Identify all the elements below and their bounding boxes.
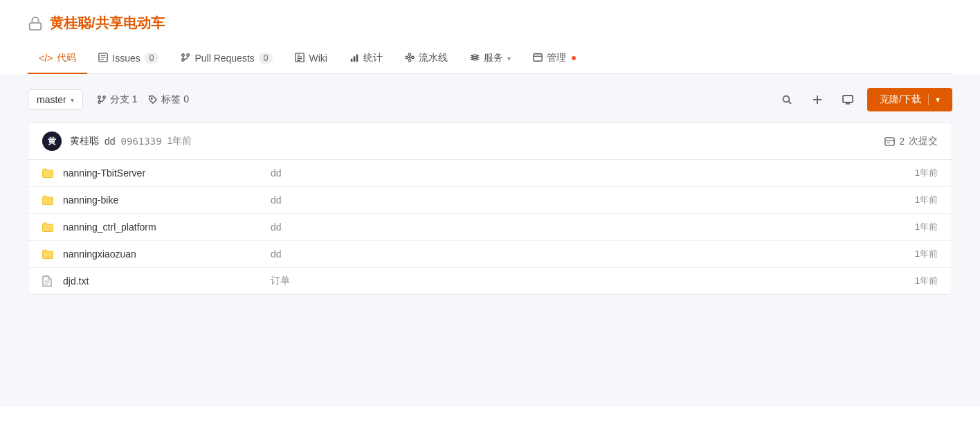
tab-issues[interactable]: Issues 0 [87, 44, 170, 74]
tab-manage[interactable]: 管理 [522, 44, 587, 74]
pr-icon [181, 53, 190, 64]
branch-chevron-icon: ▾ [71, 96, 74, 104]
clone-label: 克隆/下载 [880, 93, 921, 106]
add-button[interactable] [806, 89, 828, 111]
svg-rect-34 [885, 137, 894, 145]
commit-time: 1年前 [167, 135, 192, 147]
branch-info: 分支 1 标签 0 [97, 93, 189, 106]
services-dropdown-icon: ▾ [507, 55, 511, 62]
stats-icon [350, 53, 359, 64]
file-name[interactable]: nanningxiaozuan [63, 248, 257, 260]
commit-hash[interactable]: 0961339 [121, 136, 162, 147]
tab-services-label: 服务 [484, 52, 503, 64]
file-row: nanning-bikedd1年前 [28, 187, 952, 214]
tab-pipeline-label: 流水线 [419, 52, 448, 64]
branches-count[interactable]: 分支 1 [97, 93, 138, 106]
svg-point-16 [406, 56, 408, 59]
tab-stats-label: 统计 [363, 52, 383, 64]
file-name[interactable]: nanning-TbitServer [63, 168, 257, 179]
tab-stats[interactable]: 统计 [338, 44, 394, 74]
file-row: nanning-TbitServerdd1年前 [28, 160, 952, 187]
tab-code[interactable]: </> 代码 [28, 44, 87, 74]
branch-selector[interactable]: master ▾ [28, 89, 83, 110]
svg-point-22 [98, 96, 101, 99]
file-row: nanning_ctrl_platformdd1年前 [28, 214, 952, 241]
folder-icon [42, 249, 56, 259]
services-icon [470, 53, 480, 64]
svg-rect-15 [356, 54, 359, 62]
clone-download-button[interactable]: 克隆/下载 ▾ [867, 88, 952, 111]
file-name[interactable]: djd.txt [63, 275, 257, 287]
code-icon: </> [39, 53, 53, 64]
file-rows: nanning-TbitServerdd1年前 nanning-bikedd1年… [28, 160, 952, 294]
svg-line-28 [789, 102, 792, 105]
file-time: 1年前 [882, 248, 938, 260]
folder-icon [42, 195, 56, 205]
svg-rect-20 [534, 53, 542, 61]
tab-manage-label: 管理 [547, 52, 566, 64]
issues-badge: 0 [145, 53, 159, 64]
pr-badge: 0 [259, 53, 273, 64]
commit-author[interactable]: 黄桂聪 [70, 135, 99, 147]
manage-dot [572, 56, 576, 60]
main-content: master ▾ 分支 1 标签 0 [0, 74, 980, 406]
file-commit-msg: 订单 [257, 275, 882, 287]
search-button[interactable] [776, 89, 798, 111]
svg-point-5 [182, 53, 185, 56]
file-row: djd.txt订单1年前 [28, 268, 952, 294]
lock-icon [28, 16, 43, 31]
commit-message: dd [105, 136, 116, 147]
nav-tabs: </> 代码 Issues 0 Pull Requests 0 [28, 44, 952, 74]
repo-header: 黄桂聪/共享电动车 </> 代码 Issues 0 Pull Requests [0, 0, 980, 74]
clone-btn-divider [928, 94, 929, 105]
file-icon [42, 275, 56, 287]
issues-icon [98, 53, 108, 64]
toolbar: master ▾ 分支 1 标签 0 [28, 88, 952, 111]
file-row: nanningxiaozuandd1年前 [28, 241, 952, 268]
tab-services[interactable]: 服务 ▾ [459, 44, 522, 74]
monitor-button[interactable] [837, 89, 859, 111]
svg-point-27 [783, 96, 790, 102]
commit-count-label: 次提交 [909, 135, 938, 147]
file-commit-msg: dd [257, 248, 882, 260]
clone-dropdown-icon: ▾ [936, 95, 940, 105]
file-time: 1年前 [882, 221, 938, 233]
file-commit-msg: dd [257, 222, 882, 233]
svg-rect-13 [351, 58, 353, 61]
svg-rect-31 [843, 96, 853, 102]
svg-rect-0 [30, 23, 42, 30]
tab-code-label: 代码 [57, 52, 76, 64]
file-name[interactable]: nanning_ctrl_platform [63, 222, 257, 233]
repo-full-name[interactable]: 黄桂聪/共享电动车 [50, 14, 165, 33]
folder-icon [42, 168, 56, 178]
file-time: 1年前 [882, 194, 938, 206]
tab-pr-label: Pull Requests [194, 53, 254, 64]
file-commit-msg: dd [257, 195, 882, 206]
svg-point-19 [408, 59, 411, 62]
wiki-icon [295, 53, 305, 64]
svg-point-26 [152, 98, 153, 99]
commit-row: 黄 黄桂聪 dd 0961339 1年前 2 次提交 [28, 123, 952, 160]
commits-icon [884, 136, 895, 147]
file-name[interactable]: nanning-bike [63, 195, 257, 206]
tags-count[interactable]: 标签 0 [148, 93, 189, 106]
folder-icon [42, 222, 56, 232]
svg-point-18 [408, 53, 411, 55]
tab-pipeline[interactable]: 流水线 [394, 44, 459, 74]
file-table: 黄 黄桂聪 dd 0961339 1年前 2 次提交 nanning-TbitS… [28, 123, 952, 295]
pipeline-icon [405, 53, 415, 64]
svg-point-17 [412, 56, 415, 59]
branch-name: master [37, 94, 66, 105]
tab-wiki[interactable]: Wiki [284, 44, 338, 74]
toolbar-left: master ▾ 分支 1 标签 0 [28, 89, 189, 110]
commit-count: 2 [899, 136, 905, 147]
commit-meta: 黄桂聪 dd 0961339 1年前 [70, 135, 876, 147]
tab-pull-requests[interactable]: Pull Requests 0 [170, 44, 284, 74]
svg-rect-14 [354, 56, 356, 62]
repo-title-row: 黄桂聪/共享电动车 [28, 14, 952, 33]
svg-point-23 [103, 96, 106, 99]
manage-icon [533, 53, 543, 64]
commit-count-area[interactable]: 2 次提交 [884, 135, 938, 147]
tab-wiki-label: Wiki [309, 53, 327, 64]
tab-issues-label: Issues [112, 53, 140, 64]
